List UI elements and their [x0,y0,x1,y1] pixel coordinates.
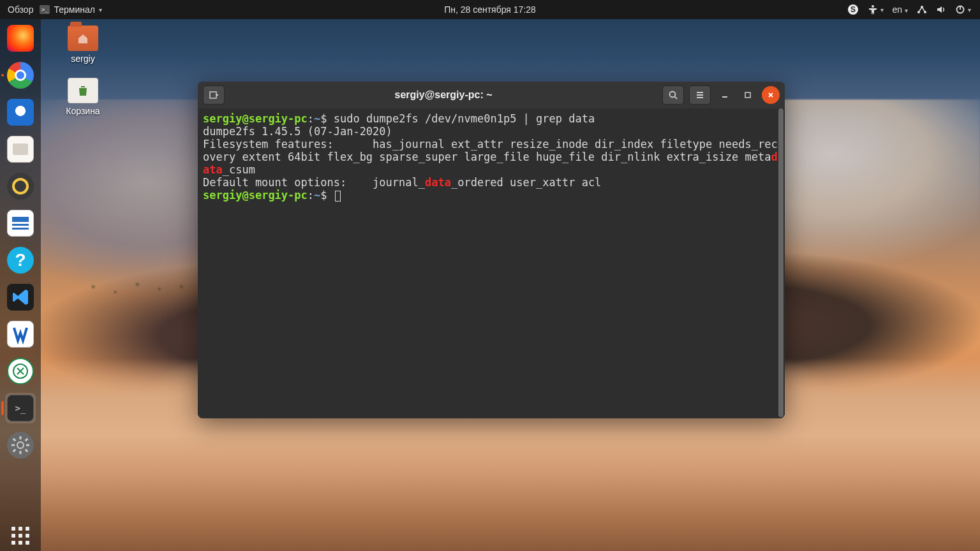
dock-chromium[interactable] [5,60,36,91]
dock-firefox[interactable] [5,23,36,54]
dock-settings[interactable] [5,430,36,460]
close-button[interactable] [762,86,780,104]
keyboard-layout[interactable]: en ▾ [893,4,908,15]
grep-match: data [425,176,451,189]
cursor [335,191,341,202]
output-line-1: dumpe2fs 1.45.5 (07-Jan-2020) [203,125,780,138]
terminal-window: sergiy@sergiy-pc: ~ sergiy@sergiy-pc:~$ … [198,82,785,418]
rhythmbox-icon [7,173,34,200]
svg-point-22 [670,92,676,98]
network-icon[interactable] [917,4,927,15]
trash[interactable]: Корзина [51,78,115,116]
dock-vscode[interactable] [5,282,36,312]
terminal-content[interactable]: sergiy@sergiy-pc:~$ sudo dumpe2fs /dev/n… [198,108,785,418]
svg-rect-11 [20,436,22,439]
chevron-down-icon: ▾ [99,6,102,13]
window-title: sergiy@sergiy-pc: ~ [230,89,657,101]
terminal-small-icon: >_ [40,5,50,14]
skype-tray-icon[interactable]: S [847,4,859,15]
hamburger-menu-button[interactable] [689,85,711,105]
search-button[interactable] [662,85,684,105]
trash-icon [68,78,98,103]
terminal-scrollbar[interactable] [778,108,783,417]
settings-icon [7,432,34,459]
dock-thunderbird[interactable] [5,97,36,128]
virtualbox-icon [7,321,34,348]
dock-terminal[interactable] [5,393,36,423]
accessibility-icon[interactable]: ▾ [868,4,884,15]
output-line-2: Filesystem features: has_journal ext_att… [203,138,780,176]
help-icon: ? [7,247,34,274]
svg-rect-17 [13,449,17,453]
desktop-icons: sergiy Корзина [51,26,115,116]
dock-rhythmbox[interactable] [5,171,36,202]
thunderbird-icon [7,99,34,126]
svg-point-4 [872,5,874,8]
app-menu-label: Терминал [54,4,94,15]
minimize-button[interactable] [716,86,734,104]
remmina-icon [7,358,34,385]
app-menu[interactable]: >_ Терминал ▾ [40,4,101,15]
svg-text:>_: >_ [41,6,48,13]
svg-rect-14 [26,444,29,446]
titlebar[interactable]: sergiy@sergiy-pc: ~ [198,82,785,108]
power-icon[interactable]: ▾ [955,4,971,15]
svg-rect-15 [13,438,17,442]
writer-icon [7,210,34,237]
home-folder[interactable]: sergiy [51,26,115,64]
chromium-icon [7,62,34,89]
maximize-button[interactable] [739,86,757,104]
svg-rect-13 [11,444,15,446]
scrollbar-thumb[interactable] [778,108,783,417]
dock-remmina[interactable] [5,356,36,386]
dock-virtualbox[interactable] [5,319,36,349]
clock[interactable]: Пн, 28 сентября 17:28 [444,4,536,15]
new-tab-button[interactable] [203,85,225,105]
home-folder-label: sergiy [71,54,94,64]
dock-help[interactable]: ? [5,245,36,276]
svg-rect-12 [20,451,22,454]
prompt-line-1: sergiy@sergiy-pc:~$ sudo dumpe2fs /dev/n… [203,112,780,125]
terminal-icon [7,395,34,422]
prompt-line-2: sergiy@sergiy-pc:~$ [203,189,780,202]
show-applications[interactable] [5,520,36,551]
top-panel: Обзор >_ Терминал ▾ Пн, 28 сентября 17:2… [0,0,980,19]
command-text: sudo dumpe2fs /dev/nvme0n1p5 | grep data [334,112,595,125]
volume-icon[interactable] [936,4,946,15]
trash-label: Корзина [66,106,100,116]
svg-rect-18 [25,449,29,453]
svg-rect-21 [210,92,216,98]
dock-writer[interactable] [5,208,36,239]
vscode-icon [7,284,34,311]
firefox-icon [7,25,34,52]
files-icon [7,136,34,163]
svg-text:S: S [850,5,856,14]
dock: ? [0,19,41,551]
activities-button[interactable]: Обзор [8,4,33,15]
dock-files[interactable] [5,134,36,165]
svg-rect-28 [745,92,750,98]
folder-home-icon [68,26,98,51]
apps-grid-icon [11,527,29,545]
output-line-3: Default mount options: journal_data_orde… [203,176,780,189]
svg-line-23 [675,97,677,99]
svg-rect-16 [25,438,29,442]
